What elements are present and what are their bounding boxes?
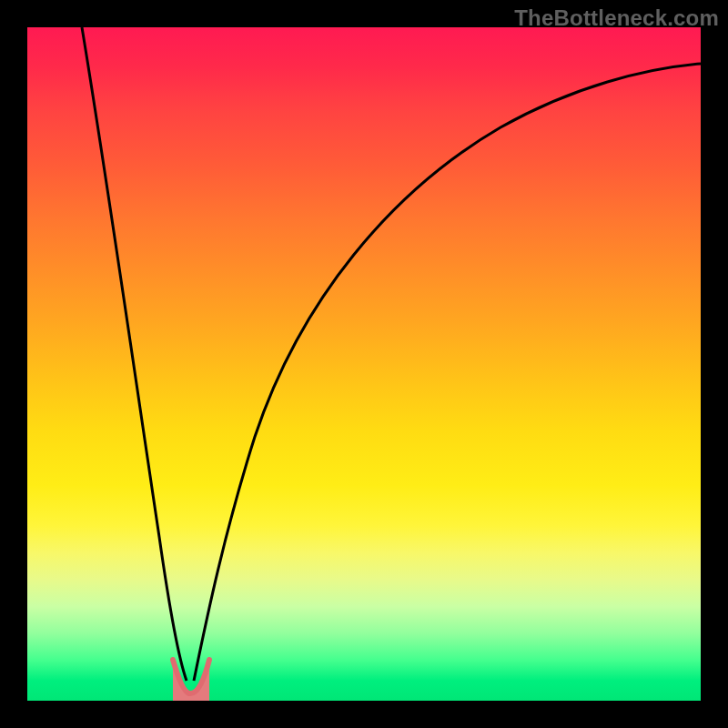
plot-gradient-area	[27, 27, 701, 701]
chart-frame: TheBottleneck.com	[0, 0, 728, 728]
chart-svg	[27, 27, 701, 701]
watermark-text: TheBottleneck.com	[514, 5, 719, 31]
curve-right-branch	[194, 64, 701, 681]
curve-left-branch	[82, 27, 187, 681]
